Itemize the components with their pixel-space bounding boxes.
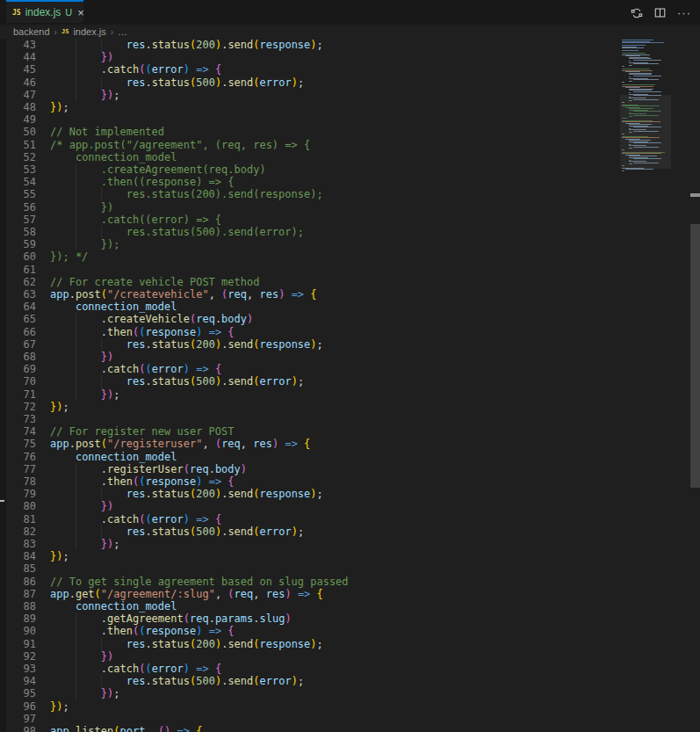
code-line-50[interactable]: 50// Not implemented [0, 126, 685, 138]
code-line-89[interactable]: 89 .getAgreement(req.params.slug) [0, 612, 685, 625]
code-line-59[interactable]: 59 }); [0, 238, 685, 250]
code-line-47[interactable]: 47 }); [0, 89, 685, 101]
line-number: 67 [6, 338, 36, 351]
code-text: .then((response) => { [50, 625, 235, 637]
code-line-64[interactable]: 64 connection_model [0, 301, 685, 313]
code-line-85[interactable]: 85 [0, 562, 685, 575]
breadcrumb-file[interactable]: index.js [73, 26, 105, 37]
tab-index-js[interactable]: JS index.js U × [6, 0, 83, 23]
code-text: }); [50, 538, 119, 550]
code-line-97[interactable]: 97 [0, 713, 685, 725]
code-line-81[interactable]: 81 .catch((error) => { [0, 513, 685, 525]
code-line-73[interactable]: 73 [0, 413, 685, 425]
code-line-96[interactable]: 96}); [0, 700, 685, 713]
breadcrumb-folder[interactable]: backend [13, 26, 50, 37]
line-number: 50 [6, 126, 36, 138]
line-number: 55 [6, 188, 36, 200]
line-number: 62 [6, 276, 36, 288]
git-status-badge: U [65, 7, 72, 18]
code-line-90[interactable]: 90 .then((response) => { [0, 625, 685, 637]
line-number: 94 [6, 675, 36, 687]
minimap-row [629, 58, 651, 59]
code-line-86[interactable]: 86// To get single agreement based on sl… [0, 576, 685, 588]
code-line-53[interactable]: 53 .createAgreement(req.body) [0, 163, 685, 176]
code-line-54[interactable]: 54 .then((response) => { [0, 176, 685, 188]
line-number: 75 [6, 438, 36, 450]
code-line-55[interactable]: 55 res.status(200).send(response); [0, 188, 685, 200]
line-number: 77 [6, 463, 36, 475]
code-line-52[interactable]: 52 connection_model [0, 151, 685, 163]
code-line-44[interactable]: 44 }) [0, 51, 685, 63]
code-line-46[interactable]: 46 res.status(500).send(error); [0, 76, 685, 89]
code-line-56[interactable]: 56 }) [0, 201, 685, 214]
line-number: 91 [6, 638, 36, 650]
code-line-87[interactable]: 87app.get("/agreement/:slug", (req, res)… [0, 588, 685, 600]
code-line-75[interactable]: 75app.post("/registeruser", (req, res) =… [0, 438, 685, 450]
minimap-row [622, 45, 646, 46]
minimap-row [622, 69, 650, 69]
code-line-77[interactable]: 77 .registerUser(req.body) [0, 463, 685, 475]
code-text: // To get single agreement based on slug… [50, 576, 349, 588]
code-line-83[interactable]: 83 }); [0, 538, 685, 550]
code-line-70[interactable]: 70 res.status(500).send(error); [0, 375, 685, 388]
close-icon[interactable]: × [77, 7, 84, 18]
minimap-row [622, 137, 660, 138]
code-line-68[interactable]: 68 }) [0, 351, 685, 363]
code-line-79[interactable]: 79 res.status(200).send(response); [0, 488, 685, 500]
code-line-91[interactable]: 91 res.status(200).send(response); [0, 638, 685, 650]
code-line-88[interactable]: 88 connection_model [0, 600, 685, 612]
code-line-66[interactable]: 66 .then((response) => { [0, 326, 685, 338]
line-number: 46 [6, 76, 36, 89]
code-text: res.status(200).send(response); [50, 338, 323, 351]
code-line-84[interactable]: 84}); [0, 550, 685, 562]
code-line-94[interactable]: 94 res.status(500).send(error); [0, 675, 685, 687]
open-changes-icon[interactable] [630, 6, 643, 19]
line-number: 79 [6, 488, 36, 500]
minimap-row [629, 163, 631, 164]
code-line-63[interactable]: 63app.post("/createvehicle", (req, res) … [0, 288, 685, 301]
code-line-51[interactable]: 51/* app.post("/agreement", (req, res) =… [0, 139, 685, 151]
code-text: res.status(200).send(response); [50, 638, 323, 650]
code-line-76[interactable]: 76 connection_model [0, 451, 685, 463]
code-text: .catch((error) => { [50, 63, 221, 76]
code-line-98[interactable]: 98app.listen(port, () => { [0, 725, 685, 732]
code-editor[interactable]: 43 res.status(200).send(response);44 })4… [0, 39, 700, 732]
minimap-row [629, 100, 631, 101]
code-text: .catch((error) => { [50, 663, 221, 675]
minimap-row [633, 147, 659, 148]
code-line-65[interactable]: 65 .createVehicle(req.body) [0, 313, 685, 325]
scrollbar-thumb[interactable] [690, 224, 700, 488]
code-line-74[interactable]: 74// For register new user POST [0, 425, 685, 438]
line-number: 48 [6, 101, 36, 113]
split-editor-icon[interactable] [653, 6, 667, 19]
code-line-57[interactable]: 57 .catch((error) => { [0, 214, 685, 226]
minimap-row [629, 92, 631, 93]
code-line-82[interactable]: 82 res.status(500).send(error); [0, 525, 685, 538]
code-line-49[interactable]: 49 [0, 113, 685, 126]
code-line-45[interactable]: 45 .catch((error) => { [0, 63, 685, 76]
line-number: 82 [6, 525, 36, 538]
code-line-92[interactable]: 92 }) [0, 650, 685, 663]
code-line-48[interactable]: 48}); [0, 101, 685, 113]
code-line-43[interactable]: 43 res.status(200).send(response); [0, 39, 685, 51]
breadcrumb-symbol[interactable]: … [118, 26, 127, 37]
code-text: }) [50, 51, 113, 63]
code-line-58[interactable]: 58 res.status(500).send(error); [0, 226, 685, 238]
code-text: // Not implemented [50, 126, 164, 138]
code-line-71[interactable]: 71 }); [0, 388, 685, 401]
code-line-67[interactable]: 67 res.status(200).send(response); [0, 338, 685, 351]
code-line-80[interactable]: 80 }) [0, 500, 685, 512]
code-line-62[interactable]: 62// For create vehicle POST method [0, 276, 685, 288]
code-line-95[interactable]: 95 }); [0, 687, 685, 699]
minimap-row [625, 87, 640, 88]
code-line-60[interactable]: 60}); */ [0, 250, 685, 263]
minimap[interactable] [620, 40, 671, 732]
minimap-row [629, 90, 651, 91]
more-actions-icon[interactable]: ··· [677, 9, 691, 18]
code-line-72[interactable]: 72}); [0, 401, 685, 413]
code-line-61[interactable]: 61 [0, 264, 685, 276]
line-number: 71 [6, 388, 36, 401]
code-line-69[interactable]: 69 .catch((error) => { [0, 363, 685, 375]
code-line-93[interactable]: 93 .catch((error) => { [0, 663, 685, 675]
code-line-78[interactable]: 78 .then((response) => { [0, 475, 685, 488]
